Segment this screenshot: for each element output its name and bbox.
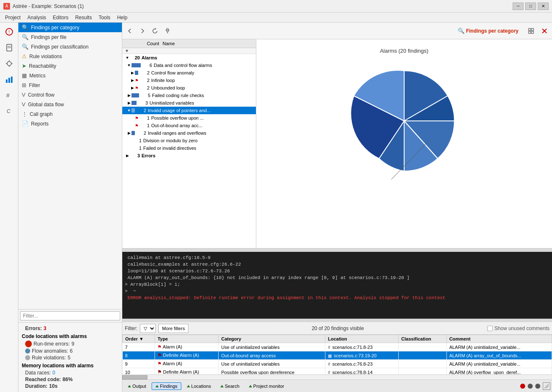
sidebar-item-global-data-flow[interactable]: V Global data flow [18,100,122,109]
right-area: 🔍 Findings per category Count N [122,23,552,392]
show-unused-label: Show unused comments [495,325,549,331]
tree-toggle-alarms[interactable]: ▼ [125,55,130,60]
table-row[interactable]: ▼ 2 Invalid usage of pointers and... [122,107,256,114]
nav-icon-metrics: ▦ [22,72,27,79]
col-order[interactable]: Order ▼ [123,335,155,343]
menu-results[interactable]: Results [72,14,95,21]
scrollbar-thumb[interactable] [122,375,147,379]
cell-order: 9 [123,360,155,368]
sidebar-item-rule-violations[interactable]: ⚠ Rule violations [18,51,122,61]
filter-bar: Filter: ▽ More filters 20 of 20 findings… [122,322,552,335]
rule-violations-row: Rule violations: 5 [22,354,119,361]
back-button[interactable] [124,25,136,37]
tree-toggle-cfa[interactable]: ▶ [130,70,135,75]
tree-toggle-infloop[interactable]: ▶ [130,78,135,83]
findings-label: Findings [160,384,178,389]
locations-tab[interactable]: Locations [183,382,215,390]
close-panel-button[interactable] [539,25,550,37]
table-row[interactable]: ▶ 2 Invalid ranges and overflows [122,129,256,137]
filter-area [18,309,122,322]
tree-toggle-invalid-usage[interactable]: ▼ [126,108,132,113]
col-classification[interactable]: Classification [399,335,447,343]
table-row[interactable]: ▶ 3 Errors [122,152,256,159]
cell-comment: ALARM (A) array_out_of_bounds... [446,351,552,360]
menu-tools[interactable]: Tools [95,14,113,21]
table-row[interactable]: ▼ 20 Alarms [122,54,256,61]
sidebar-item-metrics[interactable]: ▦ Metrics [18,71,122,80]
tree-toggle-uninit[interactable]: ▶ [126,100,132,105]
sidebar-icon-tools[interactable] [2,56,17,71]
nav-label-findings-per-file: Findings per file [31,34,67,40]
sidebar-item-findings-per-category[interactable]: 🔍 Findings per category [18,23,122,32]
tree-toggle-fcrc[interactable]: ▶ [126,93,132,98]
table-row[interactable]: ▶ ⚑ 2 Infinite loop [122,77,256,84]
tree-toggle-data-control[interactable]: ▼ [126,63,132,68]
bottom-bar: Output Findings Locations Search Project… [122,379,552,392]
menu-analysis[interactable]: Analysis [24,14,49,21]
findings-tab[interactable]: Findings [152,382,181,390]
sidebar-item-reachability[interactable]: ➤ Reachability [18,61,122,71]
maximize-button[interactable]: □ [525,3,536,10]
data-races-value: 0 [52,370,55,376]
content-area: Count Name ▼ ▼ 20 Alarms [122,39,552,379]
table-row[interactable]: 1 Failed or invalid directives [122,144,256,152]
table-row[interactable]: ▶ ⚑ 2 Unbounded loop [122,84,256,92]
sidebar-item-call-graph[interactable]: ⋮ Call graph [18,109,122,119]
show-unused-comments-checkbox[interactable]: Show unused comments [487,325,549,331]
toolbar: 🔍 Findings per category [122,23,552,39]
table-row[interactable]: 1 Division or modulo by zero [122,137,256,144]
nav-filter-input[interactable] [20,311,120,320]
menu-project[interactable]: Project [2,14,24,21]
table-row[interactable]: 9 ⚑ Alarm (A) Use of uninitialized varia… [123,360,552,368]
refresh-button[interactable] [149,25,161,37]
cell-type: ⚑ Definite Alarm (A) [155,368,219,375]
sidebar-icon-c[interactable]: C [2,104,17,119]
tree-toggle-unbounded[interactable]: ▶ [130,85,135,90]
forward-button[interactable] [137,25,148,37]
sidebar-icon-file[interactable] [2,40,17,55]
table-row[interactable]: 7 ⚑ Alarm (A) Use of uninitialized varia… [123,343,552,351]
table-row[interactable]: 10 ⚑ Definite Alarm (A) Possible overflo… [123,368,552,375]
col-location[interactable]: Location [325,335,398,343]
more-filters-button[interactable]: More filters [158,324,188,333]
app-title: Astrée - Example: Scenarios (1) [13,3,513,9]
tree-sort-arrow[interactable]: ▼ [123,49,129,53]
table-row[interactable]: ▶ 3 Uninitialized variables [122,99,256,107]
table-row[interactable]: ⚑ 1 Possible overflow upon ... [122,114,256,122]
col-type[interactable]: Type [155,335,219,343]
sidebar-icon-chart[interactable] [2,72,17,87]
close-button[interactable]: ✕ [538,3,549,10]
cell-type: ⚑ Definite Alarm (A) [155,351,219,360]
table-row[interactable]: ⚑ 1 Out-of-bound array acc... [122,122,256,129]
sidebar-item-findings-per-file[interactable]: 🔍 Findings per file [18,32,122,42]
sidebar-item-control-flow[interactable]: V Control flow [18,90,122,100]
sidebar-item-reports[interactable]: 📄 Reports [18,119,122,128]
resize-handle[interactable] [543,382,550,390]
tree-toggle-errors[interactable]: ▶ [125,153,130,158]
pin-button[interactable] [162,25,173,37]
minimize-button[interactable]: ─ [513,3,524,10]
tree-toggle-invalid-ranges[interactable]: ▶ [126,131,132,136]
nav-icon-filter: ⊞ [22,82,26,88]
horizontal-scrollbar[interactable] [122,374,552,379]
menu-editors[interactable]: Editors [49,14,72,21]
project-monitor-tab[interactable]: Project monitor [245,382,288,390]
expand-button[interactable] [525,25,537,37]
sidebar-item-filter[interactable]: ⊞ Filter [18,80,122,90]
menu-help[interactable]: Help [113,14,131,21]
table-row[interactable]: ▼ 6 Data and control flow alarms [122,61,256,69]
table-row[interactable]: ▶ 2 Control flow anomaly [122,69,256,77]
col-category[interactable]: Category [219,335,325,343]
sidebar-icon-alarm[interactable]: ! [2,24,17,39]
sidebar-icon-hash[interactable]: # [2,88,17,103]
tree-col-name: Name [161,40,254,47]
output-tab[interactable]: Output [124,382,150,390]
nav-icon-findings-per-classification: 🔍 [22,44,28,50]
filter-select[interactable]: ▽ [140,324,156,333]
table-row[interactable]: 8 ⚑ Definite Alarm (A) Out-of-bound arra… [123,351,552,360]
search-tab[interactable]: Search [217,382,243,390]
flow-anomalies-icon [25,348,30,354]
col-comment[interactable]: Comment [446,335,552,343]
table-row[interactable]: ▶ 5 Failed coding rule checks [122,92,256,99]
sidebar-item-findings-per-classification[interactable]: 🔍 Findings per classification [18,42,122,51]
